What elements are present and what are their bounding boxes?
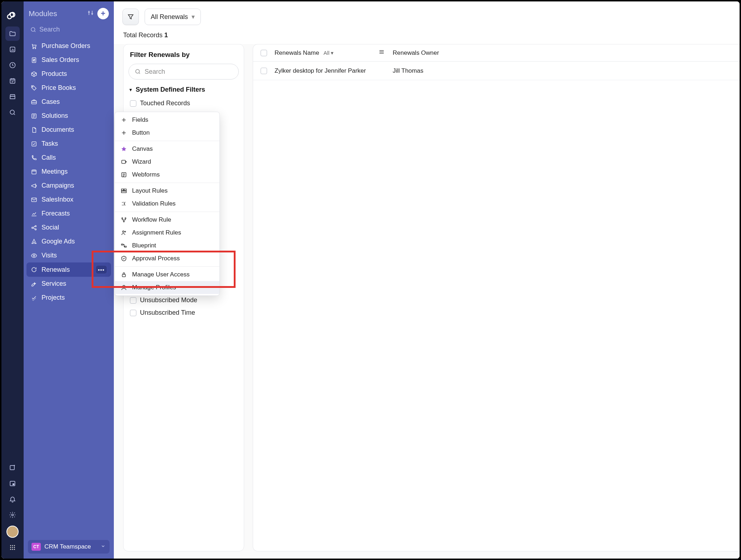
menu-item-layout-rules[interactable]: Layout Rules: [115, 184, 219, 197]
filters-heading: Filter Renewals by: [129, 51, 239, 59]
sidebar-title: Modules: [29, 9, 84, 18]
filter-option[interactable]: Touched Records: [129, 97, 239, 110]
row-checkbox[interactable]: [261, 68, 267, 74]
rail-search-icon[interactable]: [5, 105, 20, 120]
records-table: Renewals Name All ▾ Renewals Owner Zylke…: [253, 44, 451, 338]
svg-point-41: [124, 221, 125, 222]
svg-point-21: [35, 48, 36, 48]
col-filter-all[interactable]: All ▾: [324, 50, 334, 56]
view-selector[interactable]: All Renewals ▾: [145, 9, 201, 25]
sidebar-item-calls[interactable]: Calls: [26, 151, 111, 165]
checkbox[interactable]: [130, 100, 136, 107]
svg-point-3: [10, 110, 14, 114]
svg-point-18: [92, 13, 93, 14]
caret-down-icon: ▾: [192, 13, 195, 21]
sidebar-item-products[interactable]: Products: [26, 67, 111, 81]
svg-point-33: [136, 69, 140, 73]
sidebar-item-campaigns[interactable]: Campaigns: [26, 179, 111, 193]
sidebar-settings-icon[interactable]: [87, 10, 94, 18]
brand-logo: [5, 7, 20, 22]
sidebar-item-meetings[interactable]: Meetings: [26, 165, 111, 179]
menu-item-manage-profiles[interactable]: Manage Profiles: [115, 281, 219, 294]
sidebar-item-services[interactable]: Services: [26, 277, 111, 291]
col-renewals-owner[interactable]: Renewals Owner: [393, 49, 451, 57]
select-all-checkbox[interactable]: [261, 50, 267, 56]
menu-item-approval-process[interactable]: Approval Process: [115, 252, 219, 265]
menu-item-fields[interactable]: Fields: [115, 114, 219, 126]
svg-rect-43: [121, 244, 123, 245]
modules-sidebar: Modules + Search Purchase Orders Sales O…: [24, 1, 114, 338]
checkbox[interactable]: [130, 297, 136, 304]
table-header: Renewals Name All ▾ Renewals Owner: [253, 44, 451, 62]
svg-point-20: [33, 48, 34, 48]
table-row[interactable]: Zylker desktop for Jennifer Parker Jill …: [253, 62, 451, 80]
sidebar-item-cases[interactable]: Cases: [26, 95, 111, 109]
checkbox[interactable]: [130, 310, 136, 316]
rail-calendar-icon[interactable]: [5, 74, 20, 88]
sidebar-item-sales-orders[interactable]: Sales Orders: [26, 53, 111, 67]
svg-point-17: [88, 11, 89, 13]
sidebar-search[interactable]: Search: [24, 23, 114, 39]
sidebar-search-placeholder: Search: [39, 26, 60, 33]
svg-rect-34: [122, 160, 126, 164]
svg-rect-26: [32, 142, 36, 146]
menu-item-blueprint[interactable]: Blueprint: [115, 239, 219, 252]
filter-option[interactable]: Unsubscribed Time: [129, 306, 239, 319]
sidebar-item-solutions[interactable]: Solutions: [26, 109, 111, 123]
module-more-icon[interactable]: •••: [96, 266, 107, 274]
svg-rect-44: [125, 246, 126, 247]
sidebar-item-visits[interactable]: Visits: [26, 248, 111, 262]
cell-name: Zylker desktop for Jennifer Parker: [275, 67, 378, 74]
triangle-down-icon: ▼: [129, 87, 133, 92]
svg-point-23: [32, 86, 33, 87]
menu-item-assignment-rules[interactable]: Assignment Rules: [115, 226, 219, 239]
svg-point-42: [122, 231, 124, 233]
svg-rect-37: [124, 189, 126, 191]
svg-point-46: [123, 285, 125, 288]
icon-rail: [1, 1, 24, 338]
sidebar-item-price-books[interactable]: Price Books: [26, 81, 111, 95]
svg-rect-27: [32, 170, 36, 174]
sidebar-item-documents[interactable]: Documents: [26, 123, 111, 137]
menu-item-webforms[interactable]: Webforms: [115, 168, 219, 181]
menu-item-validation-rules[interactable]: Validation Rules: [115, 197, 219, 210]
svg-rect-45: [122, 274, 126, 277]
sidebar-list: Purchase Orders Sales Orders Products Pr…: [24, 39, 114, 338]
sidebar-item-purchase-orders[interactable]: Purchase Orders: [26, 39, 111, 53]
sidebar-item-projects[interactable]: Projects: [26, 291, 111, 305]
toolbar: All Renewals ▾: [114, 1, 451, 30]
column-menu-icon[interactable]: [378, 49, 393, 57]
svg-point-39: [122, 218, 123, 219]
filter-group-header[interactable]: ▼System Defined Filters: [129, 86, 239, 93]
menu-item-manage-user-access[interactable]: Manage User Access: [115, 268, 219, 281]
record-count: Total Records 1: [114, 30, 451, 44]
menu-item-wizard[interactable]: Wizard: [115, 155, 219, 168]
rail-store-icon[interactable]: [5, 90, 20, 104]
filters-search-placeholder: Search: [145, 68, 165, 76]
filter-toggle-button[interactable]: [122, 9, 139, 25]
filters-search[interactable]: Search: [129, 64, 239, 79]
menu-item-canvas[interactable]: Canvas: [115, 143, 219, 155]
svg-point-32: [33, 255, 35, 256]
filter-option[interactable]: Unsubscribed Mode: [129, 294, 239, 306]
rail-folder-icon[interactable]: [5, 26, 20, 41]
sidebar-item-forecasts[interactable]: Forecasts: [26, 207, 111, 221]
svg-point-40: [125, 218, 126, 219]
svg-rect-2: [10, 79, 15, 83]
sidebar-item-google-ads[interactable]: Google Ads: [26, 235, 111, 248]
add-module-button[interactable]: +: [97, 8, 109, 19]
view-label: All Renewals: [151, 13, 188, 21]
sidebar-item-renewals[interactable]: Renewals•••: [26, 262, 111, 277]
cell-owner: Jill Thomas: [393, 67, 451, 74]
menu-item-button[interactable]: Button: [115, 126, 219, 139]
menu-item-workflow-rule[interactable]: Workflow Rule: [115, 213, 219, 226]
sidebar-item-tasks[interactable]: Tasks: [26, 137, 111, 151]
svg-point-19: [31, 28, 35, 32]
col-renewals-name[interactable]: Renewals Name All ▾: [275, 49, 378, 57]
rail-analytics-icon[interactable]: [5, 42, 20, 57]
sidebar-item-salesinbox[interactable]: SalesInbox: [26, 193, 111, 207]
svg-rect-38: [121, 191, 126, 193]
module-context-menu: Fields Button Canvas Wizard Webforms Lay…: [115, 112, 220, 296]
sidebar-item-social[interactable]: Social: [26, 221, 111, 235]
rail-clock-icon[interactable]: [5, 58, 20, 72]
